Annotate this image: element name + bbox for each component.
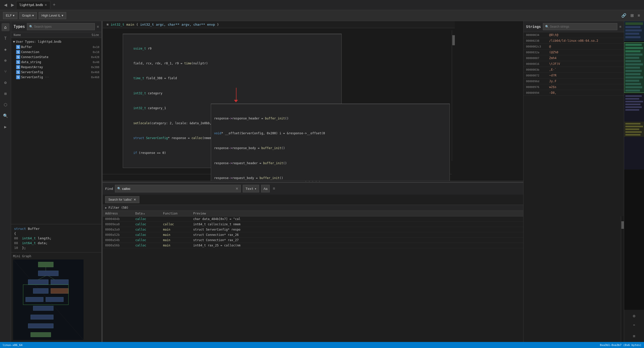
list-item[interactable]: 00000034 @8\t@ — [524, 32, 624, 38]
table-row[interactable]: 0000484b calloc char data_484b[0x7] = "c… — [103, 216, 523, 222]
string-value: -D8, — [549, 91, 621, 95]
sidebar-icon-settings[interactable]: ⚙ — [2, 78, 10, 86]
field-offset: 08 — [14, 241, 18, 245]
tab-label: lighttpd.bndb — [19, 3, 43, 7]
table-row[interactable]: 0000a54b calloc main struct Connection* … — [103, 238, 523, 243]
svg-rect-26 — [625, 44, 642, 46]
sidebar-icon-plugin[interactable]: ⬡ — [2, 101, 10, 109]
table-row[interactable]: 0000a3a9 calloc main struct ServerConfig… — [103, 227, 523, 232]
menu-icon[interactable]: ≡ — [637, 12, 641, 19]
filter-toggle-icon[interactable]: ▶ — [105, 206, 107, 209]
sidebar-icon-map[interactable]: ⊕ — [2, 56, 10, 64]
find-clear-button[interactable]: ✕ — [235, 187, 238, 191]
result-data: calloc — [135, 228, 163, 231]
sidebar-icon-tag[interactable]: ◈ — [2, 45, 10, 53]
add-tab-button[interactable]: + — [51, 1, 58, 9]
result-data: calloc — [135, 217, 163, 221]
svg-rect-52 — [625, 131, 642, 133]
string-value: Zmh4 — [549, 56, 621, 60]
col-function-header[interactable]: Function — [163, 212, 193, 215]
list-item[interactable]: S RequestArray 0x388 — [11, 65, 101, 70]
svg-rect-45 — [625, 104, 640, 105]
tab-lighttpd[interactable]: lighttpd.bndb ✕ — [16, 1, 50, 9]
list-item[interactable]: 0000032a (@Z%0 — [524, 50, 624, 55]
types-group-header[interactable]: ▼ User Types: lighttpd.bndb — [11, 39, 101, 45]
find-input-wrap[interactable]: 🔍 ✕ — [115, 185, 241, 192]
sidebar-icon-search[interactable]: 🔍 — [2, 112, 10, 120]
col-data-header[interactable]: Data ▲ — [135, 212, 163, 215]
table-row[interactable]: 00009ea0 calloc calloc int64_t calloc(si… — [103, 222, 523, 227]
svg-rect-40 — [625, 90, 640, 92]
types-search-input[interactable] — [34, 25, 93, 28]
scrollbar-thumb[interactable] — [452, 35, 455, 45]
search-for-button[interactable]: Search for 'calloc' ✕ — [105, 196, 139, 203]
list-item[interactable]: 00000807 Zmh4 — [524, 55, 624, 61]
find-input[interactable] — [122, 187, 234, 191]
sidebar-icon-terminal[interactable]: ▶ — [2, 123, 10, 131]
back-button[interactable]: ◀ — [2, 2, 9, 8]
list-item[interactable]: S ServerConfig ··· 0x468 — [11, 75, 101, 80]
list-item[interactable]: 00000976 w2$s — [524, 84, 624, 90]
type-select[interactable]: Text ▾ — [243, 185, 259, 192]
sidebar-icon-git[interactable]: ⑂ — [2, 67, 10, 75]
table-row[interactable]: 0000a56b calloc main int64_t rax_25 = ca… — [103, 243, 523, 248]
types-search-box[interactable]: 🔍 — [27, 23, 95, 30]
list-item[interactable]: 00000238 /lib64/ld-linux-x86-64.so.2 — [524, 38, 624, 44]
strings-scrollbar-thumb[interactable] — [621, 221, 624, 229]
svg-rect-49 — [625, 123, 640, 124]
list-item[interactable]: S Connection 0x18 — [11, 50, 101, 55]
svg-rect-7 — [51, 288, 68, 293]
right-icon-menu[interactable]: ≡ — [630, 332, 638, 340]
search-for-close-icon[interactable]: ✕ — [134, 198, 136, 201]
sidebar-icon-types[interactable]: T — [2, 34, 10, 42]
svg-rect-32 — [625, 63, 643, 65]
string-value: ,E-` — [549, 68, 621, 71]
compare-icon[interactable]: ⊞ — [629, 12, 635, 19]
hlil-button[interactable]: High Level IL ▾ — [39, 12, 66, 19]
type-name: Connection — [21, 50, 39, 54]
string-value: ~d?R — [549, 74, 621, 77]
list-item[interactable]: 0000002c3 @ — [524, 44, 624, 50]
elf-button[interactable]: ELF ▾ — [3, 12, 17, 19]
col-address-header[interactable]: Address — [105, 212, 135, 215]
case-sensitive-button[interactable]: Aa — [261, 185, 270, 192]
find-menu-button[interactable]: ≡ — [273, 186, 275, 191]
svg-rect-33 — [625, 67, 640, 69]
list-item[interactable]: 0000096d Jy.F — [524, 78, 624, 84]
forward-button[interactable]: ▶ — [9, 2, 16, 8]
list-item[interactable]: 0000003b ,E-` — [524, 67, 624, 73]
list-item[interactable]: S ServerConfig 0x468 — [11, 70, 101, 75]
mini-graph-panel: Mini Graph — [11, 252, 101, 342]
graph-dropdown-icon: ▾ — [32, 14, 34, 17]
table-row[interactable]: 0000a52b calloc main struct Connection* … — [103, 232, 523, 238]
main-layout: ⌂ T ◈ ⊕ ⑂ ⚙ ⊞ ⬡ 🔍 ▶ Types 🔍 ≡ Name Size … — [0, 21, 644, 342]
vertical-scrollbar[interactable] — [452, 30, 455, 161]
strings-search-box[interactable]: 🔍 — [543, 23, 617, 30]
strings-scrollbar[interactable] — [621, 216, 624, 342]
list-item[interactable]: S data_string 0x48 — [11, 60, 101, 65]
graph-button[interactable]: Graph ▾ — [19, 12, 37, 19]
result-preview: char data_484b[0x7] = "cal — [193, 217, 521, 221]
right-icon-settings[interactable]: ⚙ — [630, 312, 638, 320]
list-item[interactable]: S ConnectionState 0x428 — [11, 55, 101, 60]
link-icon[interactable]: 🔗 — [620, 12, 627, 19]
type-size: 0x48 — [93, 61, 100, 64]
types-table-header: Name Size — [11, 32, 101, 38]
sidebar-icon-grid[interactable]: ⊞ — [2, 90, 10, 98]
tab-close-button[interactable]: ✕ — [45, 3, 47, 7]
hlil-label: High Level IL — [42, 14, 61, 17]
list-item[interactable]: 00000994 -D8, — [524, 90, 624, 96]
struct-field-0: 00 int64_t length; — [14, 236, 98, 241]
svg-rect-21 — [625, 26, 640, 28]
list-item[interactable]: S Buffer 0x10 — [11, 45, 101, 50]
strings-menu-button[interactable]: ≡ — [619, 25, 621, 29]
types-menu-button[interactable]: ≡ — [97, 25, 99, 29]
graph-area[interactable]: ≋ int32_t main ( int32_t argc, char** ar… — [103, 21, 523, 181]
list-item[interactable]: 00000072 ~d?R — [524, 73, 624, 78]
strings-search-input[interactable] — [550, 25, 615, 28]
list-item[interactable]: 00000816 \tJF)V — [524, 61, 624, 67]
result-data: calloc — [135, 244, 163, 247]
sidebar-icon-home[interactable]: ⌂ — [2, 23, 10, 31]
col-preview-header[interactable]: Preview — [193, 212, 521, 215]
right-icon-quote[interactable]: ❝ — [630, 322, 638, 330]
